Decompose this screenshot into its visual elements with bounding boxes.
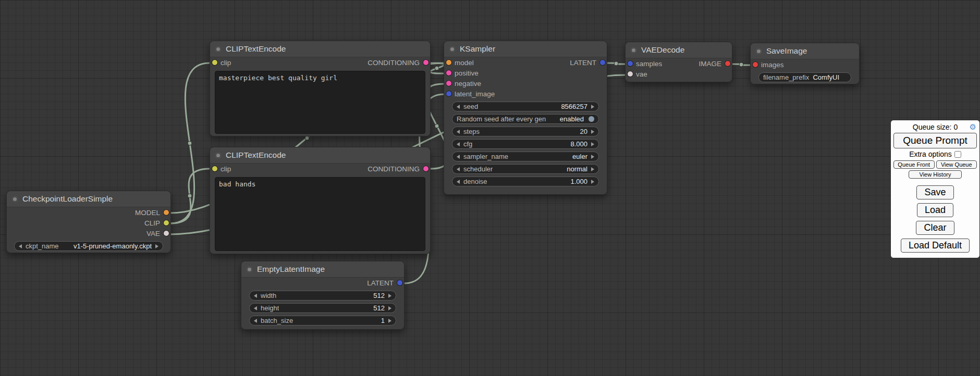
load-button[interactable]: Load [917, 203, 953, 217]
decrement-arrow-icon[interactable] [254, 306, 257, 310]
widget-value: 512 [373, 304, 385, 312]
samples-input-dot[interactable] [628, 61, 633, 66]
increment-arrow-icon[interactable] [591, 167, 594, 171]
collapse-dot-icon[interactable] [631, 47, 636, 53]
clip-input-dot[interactable] [212, 60, 217, 65]
widget-value: 8.000 [570, 140, 587, 148]
vae-output-dot[interactable] [164, 231, 169, 236]
model-output-dot[interactable] [164, 210, 169, 215]
node-title-bar[interactable]: CLIPTextEncode [210, 147, 430, 164]
increment-arrow-icon[interactable] [591, 180, 594, 184]
load-default-button[interactable]: Load Default [901, 239, 970, 253]
denoise-number-widget[interactable]: denoise 1.000 [452, 177, 599, 186]
batch-size-number-widget[interactable]: batch_size 1 [249, 316, 396, 325]
vae-input-dot[interactable] [628, 71, 633, 77]
node-vae-decode[interactable]: VAEDecode samples vae IMAGE [625, 42, 732, 82]
increment-arrow-icon[interactable] [591, 130, 594, 134]
ckpt-name-combo[interactable]: ckpt_name v1-5-pruned-emaonly.ckpt [14, 241, 163, 251]
node-title-bar[interactable]: VAEDecode [626, 42, 732, 58]
graph-canvas[interactable]: { "icons": { "gear": "⚙" }, "colors": { … [0, 0, 980, 376]
collapse-dot-icon[interactable] [12, 196, 18, 202]
view-history-button[interactable]: View History [909, 170, 962, 179]
decrement-arrow-icon[interactable] [254, 294, 257, 298]
node-title-bar[interactable]: SaveImage [751, 43, 859, 59]
prompt-textarea[interactable]: bad hands [215, 177, 425, 251]
negative-input-dot[interactable] [446, 81, 451, 86]
slot-label: CONDITIONING [368, 165, 420, 173]
clip-input-dot[interactable] [212, 166, 217, 171]
latent-image-input-dot[interactable] [446, 91, 451, 96]
seed-number-widget[interactable]: seed 8566257 [452, 102, 599, 111]
queue-front-button[interactable]: Queue Front [893, 160, 935, 169]
increment-arrow-icon[interactable] [155, 244, 158, 248]
widget-label: Random seed after every gen [457, 115, 546, 123]
increment-arrow-icon[interactable] [591, 105, 594, 109]
decrement-arrow-icon[interactable] [457, 142, 460, 146]
collapse-dot-icon[interactable] [247, 267, 252, 272]
slot-label: MODEL [135, 209, 160, 217]
node-title: EmptyLatentImage [257, 265, 325, 274]
decrement-arrow-icon[interactable] [457, 167, 460, 171]
widget-label: width [261, 292, 276, 299]
conditioning-output-dot[interactable] [423, 60, 428, 65]
slot-label: negative [455, 80, 481, 87]
collapse-dot-icon[interactable] [215, 46, 221, 52]
decrement-arrow-icon[interactable] [254, 319, 257, 323]
collapse-dot-icon[interactable] [756, 48, 762, 54]
widget-label: batch_size [261, 317, 293, 324]
increment-arrow-icon[interactable] [591, 155, 594, 159]
conditioning-output-dot[interactable] [423, 166, 428, 171]
model-input-dot[interactable] [446, 60, 451, 65]
node-title-bar[interactable]: CheckpointLoaderSimple [7, 191, 170, 207]
widget-label: scheduler [463, 165, 493, 173]
settings-gear-icon[interactable]: ⚙ [970, 121, 976, 132]
decrement-arrow-icon[interactable] [19, 244, 22, 248]
node-checkpoint-loader[interactable]: CheckpointLoaderSimple MODEL CLIP VAE ck… [6, 191, 171, 253]
latent-output-dot[interactable] [600, 60, 605, 65]
view-queue-button[interactable]: View Queue [936, 160, 977, 169]
collapse-dot-icon[interactable] [215, 153, 221, 158]
node-title-bar[interactable]: CLIPTextEncode [210, 41, 430, 57]
node-empty-latent-image[interactable]: EmptyLatentImage LATENT width 512 height… [241, 261, 405, 330]
cfg-number-widget[interactable]: cfg 8.000 [452, 139, 599, 149]
random-seed-toggle-widget[interactable]: Random seed after every gen enabled [452, 114, 599, 124]
widget-label: ckpt_name [26, 242, 59, 250]
extra-options-checkbox[interactable] [954, 151, 961, 158]
increment-arrow-icon[interactable] [388, 319, 391, 323]
node-title-bar[interactable]: KSampler [444, 41, 607, 57]
increment-arrow-icon[interactable] [388, 294, 391, 298]
node-ksampler[interactable]: KSampler model positive negative latent_… [444, 41, 607, 195]
decrement-arrow-icon[interactable] [457, 130, 460, 134]
collapse-dot-icon[interactable] [449, 46, 455, 52]
save-button[interactable]: Save [916, 185, 953, 199]
node-title: SaveImage [766, 46, 807, 56]
node-clip-text-encode-positive[interactable]: CLIPTextEncode clip CONDITIONING masterp… [210, 41, 431, 136]
steps-number-widget[interactable]: steps 20 [452, 127, 599, 136]
clip-output-dot[interactable] [164, 220, 169, 225]
decrement-arrow-icon[interactable] [457, 180, 460, 184]
height-number-widget[interactable]: height 512 [249, 303, 396, 313]
queue-prompt-button[interactable]: Queue Prompt [893, 133, 977, 148]
node-clip-text-encode-negative[interactable]: CLIPTextEncode clip CONDITIONING bad han… [210, 147, 431, 254]
image-output-dot[interactable] [725, 61, 730, 66]
decrement-arrow-icon[interactable] [457, 105, 460, 109]
toggle-on-icon[interactable] [589, 116, 594, 122]
increment-arrow-icon[interactable] [591, 142, 594, 146]
latent-output-dot[interactable] [397, 280, 402, 285]
prompt-textarea[interactable]: masterpiece best quality girl [215, 71, 425, 134]
node-title-bar[interactable]: EmptyLatentImage [241, 261, 404, 278]
decrement-arrow-icon[interactable] [457, 155, 460, 159]
slot-label: IMAGE [699, 60, 721, 68]
output-slot-conditioning: CONDITIONING [368, 57, 430, 68]
images-input-dot[interactable] [753, 62, 758, 67]
sampler-name-combo[interactable]: sampler_name euler [452, 152, 599, 161]
width-number-widget[interactable]: width 512 [249, 291, 396, 300]
clear-button[interactable]: Clear [916, 221, 954, 235]
widget-value: normal [567, 165, 587, 173]
increment-arrow-icon[interactable] [388, 306, 391, 310]
filename-prefix-widget[interactable]: filename_prefix ComfyUI [758, 72, 851, 82]
node-save-image[interactable]: SaveImage images filename_prefix ComfyUI [750, 43, 860, 84]
scheduler-combo[interactable]: scheduler normal [452, 164, 599, 174]
positive-input-dot[interactable] [446, 70, 451, 76]
output-slot-latent: LATENT [570, 57, 607, 68]
